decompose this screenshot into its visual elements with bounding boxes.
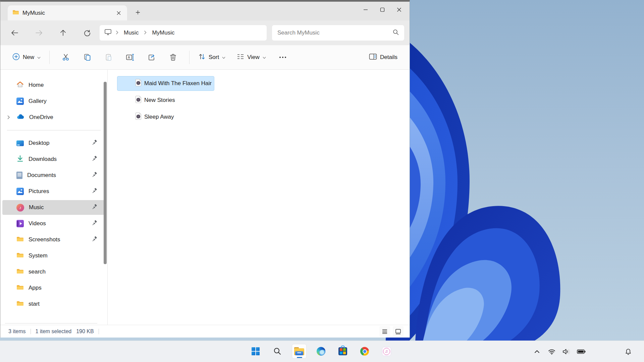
list-view-toggle[interactable] [379, 326, 390, 337]
sidebar-item-videos[interactable]: Videos [2, 216, 105, 231]
more-options-button[interactable] [275, 50, 290, 65]
sidebar-item-screenshots[interactable]: Screenshots [2, 232, 105, 247]
maximize-button[interactable] [374, 3, 391, 16]
sidebar-item-desktop[interactable]: Desktop [2, 136, 105, 150]
sort-icon [198, 53, 206, 62]
sidebar-item-documents[interactable]: Documents [2, 168, 105, 183]
chevron-down-icon [222, 54, 225, 61]
hidden-icons-chevron[interactable] [531, 345, 543, 358]
refresh-button[interactable] [79, 25, 95, 41]
search-icon[interactable] [393, 29, 399, 37]
back-button[interactable] [7, 25, 22, 41]
sidebar-label: Home [29, 82, 44, 88]
folder-icon [16, 300, 24, 308]
delete-button[interactable] [166, 50, 180, 65]
sort-button[interactable]: Sort [195, 50, 229, 65]
large-thumbnail-view-toggle[interactable] [393, 326, 404, 337]
address-bar[interactable]: Music MyMusic [100, 25, 267, 41]
sidebar-item-system[interactable]: System [2, 248, 105, 263]
sidebar-divider [5, 323, 97, 323]
up-button[interactable] [55, 25, 71, 41]
new-label: New [23, 54, 34, 61]
pictures-icon [16, 188, 24, 195]
taskbar: ♫ [0, 341, 644, 362]
share-button[interactable] [144, 50, 159, 65]
details-button[interactable]: Details [366, 50, 401, 65]
file-row[interactable]: Sleep Away [117, 110, 214, 124]
view-button[interactable]: View [233, 50, 269, 65]
selection-size: 190 KB [76, 328, 94, 335]
chevron-expand-icon[interactable] [7, 115, 10, 121]
file-name: New Stories [144, 97, 175, 104]
chevron-down-icon [263, 54, 266, 61]
sidebar-item-downloads[interactable]: Downloads [2, 152, 105, 167]
paste-icon [105, 53, 113, 61]
paste-button[interactable] [101, 50, 116, 65]
forward-button[interactable] [31, 25, 47, 41]
folder-icon [16, 268, 24, 276]
sidebar-item-search[interactable]: search [2, 264, 105, 279]
rename-icon: A [126, 53, 135, 61]
new-tab-button[interactable] [132, 6, 144, 18]
copy-button[interactable] [80, 50, 95, 65]
taskbar-chrome-button[interactable] [357, 344, 372, 359]
sidebar-item-pictures[interactable]: Pictures [2, 184, 105, 199]
folder-icon [16, 284, 24, 292]
taskbar-icons: ♫ [248, 344, 394, 359]
cut-button[interactable] [58, 50, 73, 65]
tab-close-icon[interactable] [114, 8, 124, 18]
sidebar-item-music[interactable]: ♪ Music [2, 200, 105, 215]
taskbar-file-explorer-button[interactable] [292, 344, 307, 359]
taskbar-store-button[interactable] [335, 344, 350, 359]
documents-icon [16, 172, 22, 179]
search-icon [273, 347, 281, 355]
search-input[interactable] [277, 29, 393, 36]
sort-label: Sort [209, 54, 219, 61]
volume-icon[interactable] [561, 345, 572, 358]
minimize-button[interactable] [357, 3, 374, 16]
rename-button[interactable]: A [123, 50, 138, 65]
breadcrumb-music[interactable]: Music [122, 29, 140, 37]
tab-mymusic[interactable]: MyMusic [8, 5, 127, 20]
sidebar-item-onedrive[interactable]: OneDrive [2, 110, 105, 125]
taskbar-search-button[interactable] [270, 344, 285, 359]
media-file-icon [135, 79, 142, 88]
sidebar-item-apps[interactable]: Apps [2, 281, 105, 295]
sidebar-scrollbar[interactable] [104, 82, 107, 264]
home-icon [16, 81, 24, 89]
sidebar-item-gallery[interactable]: Gallery [2, 94, 105, 109]
file-explorer-window: MyMusic [0, 0, 410, 338]
taskbar-edge-button[interactable] [314, 344, 328, 359]
sidebar-label: OneDrive [29, 114, 53, 121]
sidebar-label: Screenshots [29, 236, 60, 243]
sidebar-item-home[interactable]: Home [2, 78, 105, 93]
navigation-pane: Home Gallery [0, 70, 108, 325]
battery-icon[interactable] [576, 345, 587, 358]
start-button[interactable] [248, 344, 263, 359]
new-button[interactable]: New [9, 50, 44, 65]
downloads-icon [16, 155, 24, 164]
wifi-icon[interactable] [546, 345, 557, 358]
file-row[interactable]: New Stories [117, 93, 214, 108]
notifications-bell-icon[interactable] [623, 345, 634, 358]
sidebar-item-start[interactable]: start [2, 297, 105, 311]
pin-icon [92, 204, 97, 211]
chevron-down-icon [37, 54, 41, 61]
close-button[interactable] [391, 3, 408, 16]
cut-icon [62, 53, 70, 61]
videos-icon [16, 220, 24, 227]
pin-icon [92, 140, 97, 146]
file-row[interactable]: Maid With The Flaxen Hair [117, 76, 214, 91]
tab-strip: MyMusic [0, 2, 410, 20]
onedrive-icon [16, 114, 24, 121]
taskbar-itunes-button[interactable]: ♫ [379, 344, 394, 359]
chevron-right-icon [144, 30, 147, 36]
sidebar-label: Videos [29, 220, 46, 227]
breadcrumb-mymusic[interactable]: MyMusic [151, 29, 176, 37]
file-name: Maid With The Flaxen Hair [144, 80, 212, 87]
file-name: Sleep Away [144, 114, 174, 120]
sidebar-label: Gallery [29, 98, 47, 105]
search-box [272, 25, 404, 41]
chevron-right-icon [116, 30, 118, 36]
this-pc-monitor-icon[interactable] [104, 29, 112, 37]
